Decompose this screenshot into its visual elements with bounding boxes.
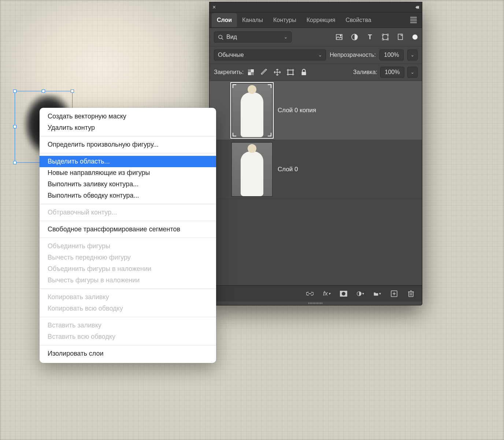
handle-left[interactable]: [13, 125, 16, 128]
lock-transparency-icon[interactable]: [247, 69, 255, 76]
panel-titlebar[interactable]: ×: [210, 2, 422, 12]
menu-separator: [40, 317, 216, 317]
opacity-label: Непрозрачность:: [330, 52, 376, 58]
layers-list: Слой 0 копия Слой 0: [210, 81, 422, 285]
svg-rect-12: [248, 69, 251, 72]
menu-separator: [40, 289, 216, 289]
filter-shape-icon[interactable]: [382, 33, 389, 41]
tab-adjustments[interactable]: Коррекция: [301, 13, 341, 27]
svg-point-24: [342, 292, 345, 296]
menu-separator: [40, 238, 216, 238]
chevron-down-icon: ⌄: [284, 34, 288, 40]
menu-item[interactable]: Определить произвольную фигуру...: [40, 139, 216, 150]
menu-separator: [40, 345, 216, 345]
tab-layers[interactable]: Слои: [212, 13, 237, 27]
menu-separator: [40, 153, 216, 153]
svg-rect-7: [387, 34, 389, 35]
svg-rect-21: [301, 72, 306, 75]
filter-row: Вид ⌄ T: [210, 28, 422, 47]
chevron-down-icon: ⌄: [318, 52, 322, 58]
new-layer-icon[interactable]: [390, 290, 398, 297]
svg-point-0: [219, 35, 222, 38]
handle-bottom-left[interactable]: [13, 161, 16, 164]
filter-adjustment-icon[interactable]: [351, 33, 358, 41]
svg-rect-6: [382, 34, 383, 35]
fill-dropdown-button[interactable]: ⌄: [407, 67, 418, 78]
svg-rect-13: [251, 72, 254, 75]
svg-point-3: [340, 35, 341, 36]
menu-separator: [40, 136, 216, 136]
group-icon[interactable]: ▾: [374, 290, 381, 297]
svg-rect-16: [288, 70, 293, 74]
layer-name[interactable]: Слой 0 копия: [278, 107, 316, 114]
layer-name[interactable]: Слой 0: [278, 166, 298, 173]
layer-mask-icon[interactable]: [340, 290, 347, 297]
blend-mode-value: Обычные: [218, 52, 244, 58]
lock-row: Закрепить: Заливка: 100% ⌄: [210, 64, 422, 81]
fill-label: Заливка:: [353, 69, 377, 76]
handle-top[interactable]: [42, 89, 45, 93]
panel-tabs: Слои Каналы Контуры Коррекция Свойства: [210, 12, 422, 28]
menu-item[interactable]: Новые направляющие из фигуры: [40, 167, 216, 179]
lock-artboard-icon[interactable]: [287, 69, 294, 76]
menu-item[interactable]: Выполнить заливку контура...: [40, 179, 216, 190]
close-icon[interactable]: ×: [212, 4, 216, 11]
fill-input[interactable]: 100%: [380, 67, 404, 78]
menu-item: Копировать всю обводку: [40, 303, 216, 314]
menu-item[interactable]: Свободное трансформирование сегментов: [40, 224, 216, 235]
menu-separator: [40, 204, 216, 204]
filter-toggle-switch[interactable]: [412, 34, 418, 40]
svg-line-1: [222, 38, 223, 40]
menu-separator: [40, 221, 216, 221]
handle-top-left[interactable]: [13, 89, 16, 93]
menu-item: Вычесть переднюю фигуру: [40, 252, 216, 263]
svg-rect-8: [382, 39, 383, 40]
panel-resize-grip[interactable]: [210, 301, 422, 305]
filter-pixel-icon[interactable]: [336, 33, 343, 41]
layer-row[interactable]: Слой 0 копия: [210, 81, 422, 140]
lock-position-icon[interactable]: [274, 69, 281, 76]
opacity-dropdown-button[interactable]: ⌄: [407, 50, 418, 60]
menu-item: Копировать заливку: [40, 292, 216, 303]
layer-thumbnail[interactable]: [231, 142, 273, 197]
delete-layer-icon[interactable]: [407, 290, 415, 297]
layers-panel: × Слои Каналы Контуры Коррекция Свойства…: [210, 2, 422, 305]
svg-rect-9: [387, 39, 389, 40]
handle-top-right[interactable]: [71, 89, 74, 93]
svg-rect-29: [409, 292, 413, 297]
lock-label: Закрепить:: [214, 69, 244, 76]
tab-properties[interactable]: Свойства: [340, 13, 376, 27]
layer-thumbnail[interactable]: [231, 83, 273, 138]
layer-row[interactable]: Слой 0: [210, 140, 422, 199]
menu-item[interactable]: Выполнить обводку контура...: [40, 190, 216, 201]
panel-footer: fx▾ ▾ ▾: [210, 285, 422, 301]
menu-item[interactable]: Удалить контур: [40, 122, 216, 133]
menu-item[interactable]: Изолировать слои: [40, 348, 216, 359]
filter-kind-label: Вид: [226, 34, 237, 40]
filter-type-icon[interactable]: T: [366, 33, 374, 41]
menu-item: Вычесть фигуры в наложении: [40, 275, 216, 286]
blend-row: Обычные ⌄ Непрозрачность: 100% ⌄: [210, 47, 422, 64]
menu-item[interactable]: Выделить область...: [40, 156, 216, 167]
menu-item: Вставить всю обводку: [40, 331, 216, 342]
filter-kind-dropdown[interactable]: Вид ⌄: [214, 32, 292, 43]
opacity-input[interactable]: 100%: [379, 50, 404, 60]
svg-rect-10: [398, 34, 403, 40]
adjustment-layer-icon[interactable]: ▾: [357, 290, 364, 297]
menu-item: Вставить заливку: [40, 320, 216, 331]
blend-mode-dropdown[interactable]: Обычные ⌄: [214, 50, 326, 60]
context-menu: Создать векторную маскуУдалить контурОпр…: [40, 108, 216, 363]
lock-all-icon[interactable]: [300, 69, 307, 76]
filter-smartobject-icon[interactable]: [397, 33, 404, 41]
link-layers-icon[interactable]: [306, 290, 314, 297]
panel-menu-icon[interactable]: [407, 14, 420, 26]
menu-item: Объединить фигуры в наложении: [40, 263, 216, 275]
tab-paths[interactable]: Контуры: [268, 13, 301, 27]
lock-image-icon[interactable]: [260, 69, 268, 76]
menu-item[interactable]: Создать векторную маску: [40, 111, 216, 122]
menu-item: Обтравочный контур...: [40, 207, 216, 218]
menu-item: Объединить фигуры: [40, 241, 216, 252]
tab-channels[interactable]: Каналы: [237, 13, 268, 27]
collapse-icon[interactable]: [415, 6, 419, 9]
layer-style-icon[interactable]: fx▾: [323, 290, 330, 297]
